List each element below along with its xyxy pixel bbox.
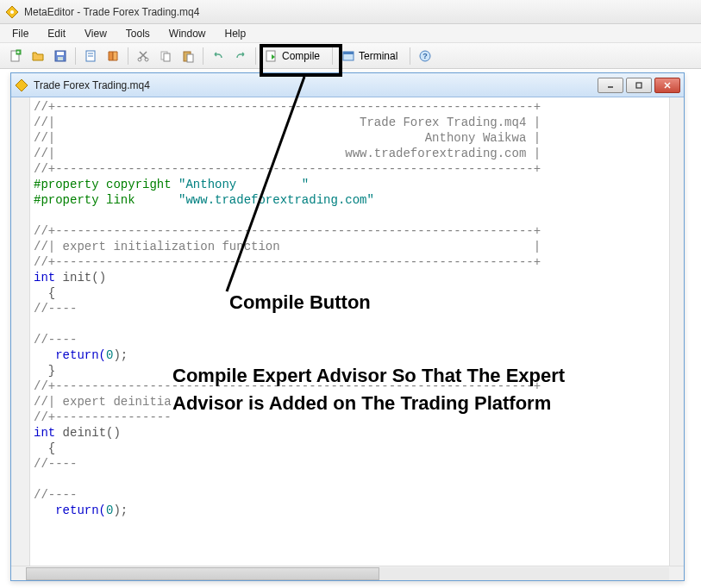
svg-marker-21 (16, 79, 28, 91)
hscroll-track[interactable] (26, 567, 669, 580)
document-icon (84, 49, 97, 63)
app-icon (5, 5, 19, 19)
app-title: MetaEditor - Trade Forex Trading.mq4 (24, 6, 199, 18)
help-button[interactable]: ? (415, 46, 435, 66)
save-icon (53, 49, 67, 63)
maximize-button[interactable] (626, 78, 652, 93)
toolbar-separator (255, 47, 256, 65)
undo-button[interactable] (208, 46, 228, 66)
minimize-button[interactable] (598, 78, 623, 93)
svg-rect-6 (58, 57, 63, 60)
book-button[interactable] (103, 46, 123, 66)
undo-icon (211, 49, 225, 63)
toolbar: Compile Terminal ? (0, 43, 701, 69)
new-file-button[interactable] (5, 46, 26, 66)
hscroll-thumb[interactable] (26, 567, 379, 580)
terminal-icon (341, 49, 355, 63)
editor-gutter (11, 97, 30, 566)
close-button[interactable] (654, 78, 680, 93)
menu-file[interactable]: File (3, 26, 37, 41)
vertical-scrollbar[interactable] (669, 97, 684, 566)
open-folder-icon (31, 49, 45, 63)
svg-point-1 (10, 10, 14, 14)
menu-tools[interactable]: Tools (117, 26, 159, 41)
open-file-button[interactable] (28, 46, 48, 66)
terminal-label: Terminal (359, 50, 397, 62)
menu-help[interactable]: Help (216, 26, 255, 41)
document-titlebar: Trade Forex Trading.mq4 (11, 73, 684, 97)
save-button[interactable] (50, 46, 71, 66)
toolbar-separator (75, 47, 76, 65)
app-titlebar: MetaEditor - Trade Forex Trading.mq4 (0, 0, 701, 24)
document-title: Trade Forex Trading.mq4 (34, 79, 592, 91)
svg-rect-18 (343, 52, 354, 54)
compile-label: Compile (282, 50, 320, 62)
cut-icon (136, 49, 150, 63)
copy-button[interactable] (155, 46, 176, 66)
svg-rect-5 (57, 52, 64, 55)
svg-rect-23 (636, 83, 642, 88)
toolbar-separator (332, 47, 333, 65)
menu-window[interactable]: Window (160, 26, 215, 41)
book-icon (106, 49, 120, 63)
copy-icon (159, 49, 172, 63)
cut-button[interactable] (133, 46, 153, 66)
menubar: File Edit View Tools Window Help (0, 24, 701, 43)
compile-icon (265, 49, 279, 63)
toolbar-separator (203, 47, 203, 65)
help-icon: ? (418, 49, 432, 63)
window-buttons (598, 78, 680, 93)
paste-icon (181, 49, 195, 63)
editor-area: //+-------------------------------------… (11, 97, 684, 566)
toolbar-separator (128, 47, 128, 65)
paste-button[interactable] (178, 46, 198, 66)
new-file-icon (9, 49, 22, 63)
svg-rect-15 (187, 54, 193, 62)
terminal-button[interactable]: Terminal (337, 46, 405, 66)
svg-rect-13 (164, 53, 170, 61)
code-editor[interactable]: //+-------------------------------------… (30, 97, 669, 566)
document-button[interactable] (80, 46, 101, 66)
compile-button[interactable]: Compile (260, 46, 328, 66)
toolbar-separator (410, 47, 410, 65)
redo-icon (234, 49, 247, 63)
document-icon (15, 78, 28, 92)
document-window: Trade Forex Trading.mq4 //+-------------… (10, 72, 685, 581)
svg-text:?: ? (423, 52, 429, 60)
horizontal-scrollbar[interactable] (11, 566, 684, 580)
menu-view[interactable]: View (76, 26, 116, 41)
menu-edit[interactable]: Edit (39, 26, 74, 41)
redo-button[interactable] (230, 46, 251, 66)
